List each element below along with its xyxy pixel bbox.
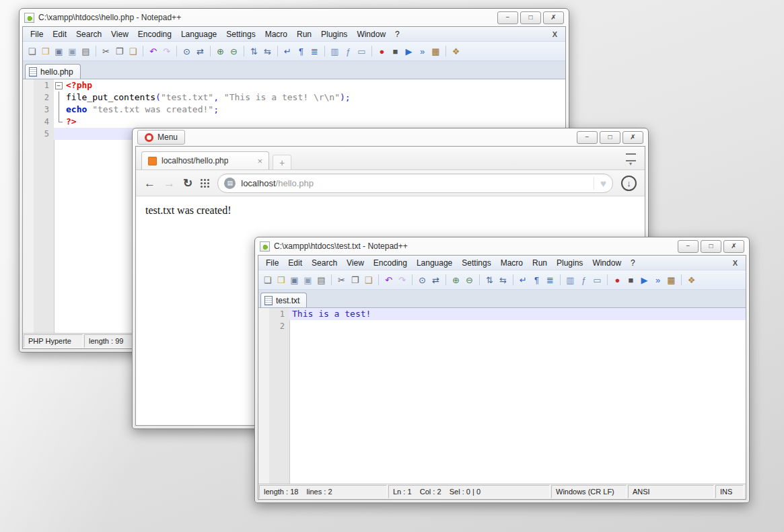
fold-marker[interactable]	[54, 79, 63, 91]
word-wrap-icon[interactable]: ↵	[281, 45, 294, 58]
print-icon[interactable]: ▤	[315, 274, 328, 287]
paste-icon[interactable]: ❑	[362, 274, 375, 287]
save-all-icon[interactable]: ▣	[66, 45, 79, 58]
menu-encoding[interactable]: Encoding	[133, 28, 176, 40]
minimize-button[interactable]: −	[577, 131, 598, 144]
redo-icon[interactable]: ↷	[396, 274, 408, 287]
open-folder-icon[interactable]: ❒	[275, 274, 287, 287]
cut-icon[interactable]: ✂	[335, 274, 348, 287]
sync-scroll-vertical-icon[interactable]: ⇅	[248, 45, 260, 58]
menu-language[interactable]: Language	[412, 257, 457, 269]
menu-settings[interactable]: Settings	[457, 257, 495, 269]
title-bar[interactable]: C:\xampp\htdocs\test.txt - Notepad++ −□✗	[258, 237, 746, 255]
save-macro-icon[interactable]: ▦	[665, 274, 678, 287]
function-list-icon[interactable]: ƒ	[577, 274, 590, 287]
code-editor[interactable]: 1This is a test!2	[258, 308, 746, 484]
tab-menu-icon[interactable]: ▾	[623, 153, 638, 166]
save-file-icon[interactable]: ▣	[288, 274, 301, 287]
maximize-button[interactable]: □	[701, 240, 721, 253]
download-button[interactable]: ↓	[621, 176, 637, 191]
replace-icon[interactable]: ⇄	[429, 274, 442, 287]
title-bar[interactable]: Menu −□✗	[135, 128, 645, 146]
close-button[interactable]: ✗	[723, 240, 744, 253]
menu-search[interactable]: Search	[71, 28, 106, 40]
replace-icon[interactable]: ⇄	[194, 45, 207, 58]
new-file-icon[interactable]: ❏	[26, 45, 38, 58]
menu-file[interactable]: File	[261, 257, 283, 269]
function-list-icon[interactable]: ƒ	[342, 45, 355, 58]
document-map-icon[interactable]: ▥	[564, 274, 577, 287]
menu-edit[interactable]: Edit	[48, 28, 71, 40]
minimize-button[interactable]: −	[497, 11, 518, 24]
menu-settings[interactable]: Settings	[221, 28, 260, 40]
minimize-button[interactable]: −	[678, 240, 699, 253]
menu-window[interactable]: Window	[352, 28, 390, 40]
file-monitor-icon[interactable]: ▭	[355, 45, 368, 58]
speed-dial-icon[interactable]	[201, 179, 209, 188]
site-badge-icon[interactable]: ▤	[224, 178, 236, 189]
save-all-icon[interactable]: ▣	[301, 274, 314, 287]
copy-icon[interactable]: ❐	[349, 274, 361, 287]
paste-icon[interactable]: ❑	[127, 45, 139, 58]
menu-file[interactable]: File	[26, 28, 48, 40]
record-macro-icon[interactable]: ●	[611, 274, 624, 287]
play-macro-icon[interactable]: ▶	[402, 45, 415, 58]
save-file-icon[interactable]: ▣	[52, 45, 65, 58]
save-macro-icon[interactable]: ▦	[429, 45, 442, 58]
zoom-out-icon[interactable]: ⊖	[463, 274, 476, 287]
menu-view[interactable]: View	[106, 28, 133, 40]
back-button[interactable]: ←	[144, 178, 155, 189]
bookmark-heart-icon[interactable]: ♥	[594, 177, 606, 190]
menu-help[interactable]: ?	[390, 28, 404, 40]
sync-scroll-horizontal-icon[interactable]: ⇆	[497, 274, 509, 287]
menu-help[interactable]: ?	[626, 257, 640, 269]
menu-encoding[interactable]: Encoding	[369, 257, 412, 269]
reload-button[interactable]: ↻	[183, 178, 192, 189]
run-macro-multiple-icon[interactable]: »	[416, 45, 429, 58]
open-folder-icon[interactable]: ❒	[39, 45, 52, 58]
menu-language[interactable]: Language	[176, 28, 221, 40]
title-bar[interactable]: C:\xampp\htdocs\hello.php - Notepad++ −□…	[22, 9, 566, 26]
menu-window[interactable]: Window	[587, 257, 626, 269]
code-line[interactable]: 4?>	[23, 116, 565, 128]
zoom-out-icon[interactable]: ⊖	[227, 45, 240, 58]
cut-icon[interactable]: ✂	[100, 45, 112, 58]
menu-macro[interactable]: Macro	[260, 28, 292, 40]
word-wrap-icon[interactable]: ↵	[517, 274, 530, 287]
preferences-icon[interactable]: ❖	[685, 274, 698, 287]
find-icon[interactable]: ⊙	[416, 274, 429, 287]
undo-icon[interactable]: ↶	[382, 274, 395, 287]
sync-scroll-vertical-icon[interactable]: ⇅	[483, 274, 496, 287]
close-document-x[interactable]: X	[547, 30, 563, 38]
menu-run[interactable]: Run	[292, 28, 316, 40]
code-line[interactable]: 1<?php	[23, 79, 565, 91]
menu-macro[interactable]: Macro	[496, 257, 528, 269]
code-line[interactable]: 3echo "test.txt was created!";	[23, 104, 565, 116]
stop-macro-icon[interactable]: ■	[625, 274, 637, 287]
code-line[interactable]: 1This is a test!	[258, 308, 746, 320]
tab-test-txt[interactable]: test.txt	[260, 293, 307, 307]
file-monitor-icon[interactable]: ▭	[591, 274, 604, 287]
print-icon[interactable]: ▤	[79, 45, 92, 58]
show-all-characters-icon[interactable]: ¶	[295, 45, 308, 58]
menu-view[interactable]: View	[342, 257, 369, 269]
new-file-icon[interactable]: ❏	[261, 274, 274, 287]
preferences-icon[interactable]: ❖	[450, 45, 462, 58]
undo-icon[interactable]: ↶	[147, 45, 159, 58]
browser-tab[interactable]: localhost/hello.php ×	[141, 151, 269, 169]
close-button[interactable]: ✗	[622, 131, 643, 144]
maximize-button[interactable]: □	[600, 131, 620, 144]
indent-guide-icon[interactable]: ≣	[544, 274, 557, 287]
code-line[interactable]: 2	[258, 320, 746, 332]
menu-plugins[interactable]: Plugins	[552, 257, 587, 269]
close-button[interactable]: ✗	[543, 11, 564, 24]
close-document-x[interactable]: X	[727, 259, 743, 267]
tab-hello-php[interactable]: hello.php	[25, 64, 81, 79]
document-map-icon[interactable]: ▥	[328, 45, 341, 58]
menu-edit[interactable]: Edit	[283, 257, 307, 269]
menu-plugins[interactable]: Plugins	[316, 28, 352, 40]
record-macro-icon[interactable]: ●	[376, 45, 388, 58]
menu-search[interactable]: Search	[307, 257, 342, 269]
play-macro-icon[interactable]: ▶	[638, 274, 651, 287]
forward-button[interactable]: →	[164, 178, 175, 189]
